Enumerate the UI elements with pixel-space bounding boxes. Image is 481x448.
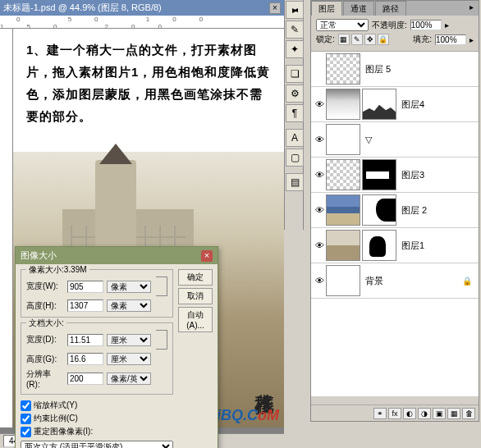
group-icon[interactable]: ▣ [433,408,446,419]
panel-footer: ⚭ fx ◐ ◑ ▣ ▦ 🗑 [311,405,479,421]
scale-styles-check[interactable]: 缩放样式(Y) [21,400,173,411]
pixel-size-group: 像素大小:3.39M 宽度(W): 像素 高度(H): 像素 [21,269,173,318]
layers-icon[interactable]: ▤ [286,173,304,191]
paragraph-icon[interactable]: ¶ [286,104,304,122]
tab-channels[interactable]: 通道 [343,1,374,16]
wand-tool-icon[interactable]: ✦ [286,40,304,58]
opacity-input[interactable] [410,20,442,30]
ruler-horizontal[interactable] [0,16,284,29]
resample-method-select[interactable]: 两次立方 (适用于平滑渐变) [21,441,173,448]
visibility-icon[interactable]: 👁 [313,276,326,286]
doc-size-group: 文档大小: 宽度(D): 厘米 高度(G): 厘米 分辨率(R): 像素/英寸 [21,322,173,395]
layer-row[interactable]: 👁 图层 2 [311,193,479,228]
mask-thumb[interactable] [362,194,396,226]
visibility-icon[interactable]: 👁 [313,240,326,250]
link-icon[interactable] [156,330,167,350]
layer-row[interactable]: 图层 5 [311,52,479,87]
ok-button[interactable]: 确定 [178,269,213,286]
dialog-close-icon[interactable]: × [201,250,213,262]
layer-row[interactable]: 👁 ▽ [311,122,479,158]
dheight-input[interactable] [67,353,103,365]
visibility-icon[interactable]: 👁 [313,170,326,180]
adjustment-icon[interactable]: ◑ [418,408,431,419]
layer-thumb[interactable] [326,53,360,85]
brush-tool-icon[interactable]: ✎ [286,21,304,39]
dheight-unit-select[interactable]: 厘米 [107,353,151,365]
lock-all-icon[interactable]: 🔒 [378,34,389,45]
layer-name[interactable]: 图层1 [401,240,424,252]
document-title: 未标题-1.psd @ 44.9% (图层 8, RGB/8) [3,2,162,14]
lock-trans-icon[interactable]: ▦ [338,34,350,45]
dialog-title-bar[interactable]: 图像大小 × [16,247,218,264]
width-input[interactable] [67,281,103,293]
type-tool-icon[interactable]: ❏ [286,65,304,83]
layer-style-icon[interactable]: fx [388,408,401,419]
height-unit-select[interactable]: 像素 [107,299,151,312]
new-layer-icon[interactable]: ▦ [447,408,460,419]
visibility-icon[interactable]: 👁 [313,99,326,109]
lock-icon: 🔒 [462,277,472,286]
layer-name[interactable]: 背景 [365,275,383,287]
side-toolbar: ▸ ✎ ✦ ❏ ⚙ ¶ A ▢ ▤ [284,0,304,230]
blend-mode-select[interactable]: 正常 [316,19,369,31]
mask-thumb[interactable] [362,89,396,120]
layer-thumb[interactable] [326,265,360,296]
panel-menu-icon[interactable]: ▸ [465,1,479,16]
lock-pos-icon[interactable]: ✥ [364,34,376,45]
ruler-vertical[interactable] [0,29,13,427]
res-label: 分辨率(R): [26,368,64,389]
square-icon[interactable]: ▢ [286,149,304,167]
fill-input[interactable] [435,34,466,45]
pixel-size-legend: 像素大小:3.39M [26,264,89,276]
chevron-icon[interactable]: ▸ [470,35,474,44]
height-input[interactable] [67,299,103,312]
layer-thumb[interactable] [326,159,360,190]
link-layers-icon[interactable]: ⚭ [373,408,387,419]
layer-name: ▽ [365,135,372,145]
layers-list[interactable]: 图层 5 👁 图层4 👁 ▽ 👁 图层3 👁 图层 2 👁 [311,52,479,396]
layer-thumb[interactable] [326,230,360,261]
layer-thumb[interactable] [326,89,360,120]
lock-label: 锁定: [316,34,335,45]
text-a-icon[interactable]: A [286,129,304,147]
mask-thumb[interactable] [362,230,396,261]
trash-icon[interactable]: 🗑 [462,408,475,419]
fill-label: 填充: [413,34,432,45]
layer-name[interactable]: 图层3 [401,169,424,181]
layer-row[interactable]: 👁 图层4 [311,87,479,122]
cancel-button[interactable]: 取消 [178,288,213,304]
resample-check[interactable]: 重定图像像素(I): [21,426,173,437]
mask-thumb[interactable] [326,124,360,155]
width-unit-select[interactable]: 像素 [107,281,151,293]
visibility-icon[interactable]: 👁 [313,135,326,144]
dwidth-input[interactable] [67,334,103,346]
layer-row[interactable]: 👁 图层1 [311,228,479,263]
tab-paths[interactable]: 路径 [375,1,406,16]
width-label: 宽度(W): [26,281,64,292]
document-title-bar[interactable]: 未标题-1.psd @ 44.9% (图层 8, RGB/8) × [0,0,284,16]
gear-icon[interactable]: ⚙ [286,85,304,103]
image-size-dialog: 图像大小 × 像素大小:3.39M 宽度(W): 像素 高度(H): 像素 文 [15,246,218,448]
layer-thumb[interactable] [326,194,360,226]
tab-layers[interactable]: 图层 [311,1,342,16]
layer-name[interactable]: 图层 2 [401,204,427,217]
chevron-icon[interactable]: ▸ [445,21,449,30]
res-unit-select[interactable]: 像素/英寸 [107,373,151,385]
collapse-arrow-icon[interactable]: ◂ [294,5,298,14]
layer-mask-icon[interactable]: ◐ [403,408,416,419]
close-icon[interactable]: × [269,2,281,14]
constrain-check[interactable]: 约束比例(C) [21,413,173,424]
layer-row[interactable]: 👁 背景 🔒 [311,263,479,299]
layer-name[interactable]: 图层 5 [365,63,391,75]
mask-thumb[interactable] [362,159,396,190]
res-input[interactable] [67,373,103,385]
lock-pixel-icon[interactable]: ✎ [351,34,363,45]
height-label: 高度(H): [26,300,64,312]
layer-row[interactable]: 👁 图层3 [311,158,479,193]
link-icon[interactable] [156,277,167,296]
auto-button[interactable]: 自动(A)... [178,307,213,332]
instruction-text: 1、建一个稍大一点的文件，打开素材图片，拖入素材图片1，用色相饱和度降低黄色，添… [13,29,284,137]
visibility-icon[interactable]: 👁 [313,205,326,215]
layer-name[interactable]: 图层4 [401,98,424,111]
dwidth-unit-select[interactable]: 厘米 [107,334,151,346]
